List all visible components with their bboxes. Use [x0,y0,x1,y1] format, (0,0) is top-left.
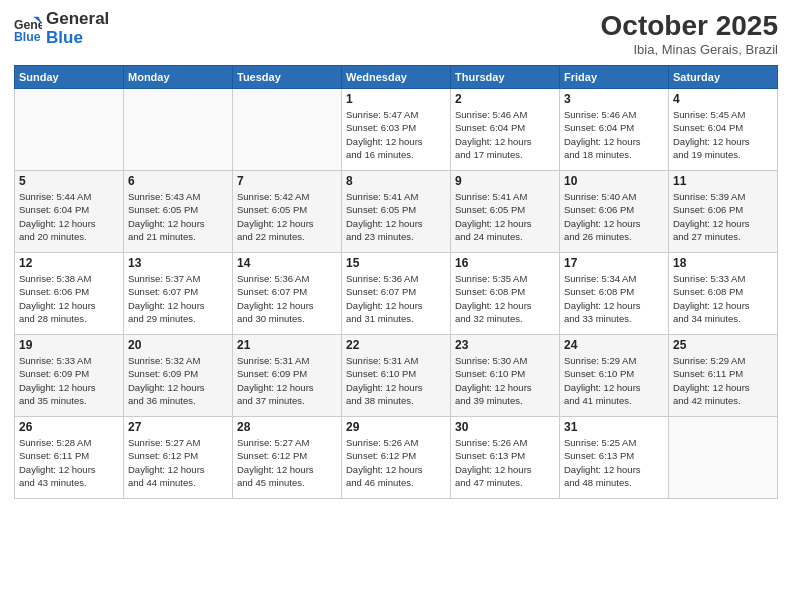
day-info: Sunrise: 5:42 AM Sunset: 6:05 PM Dayligh… [237,190,337,243]
day-info: Sunrise: 5:25 AM Sunset: 6:13 PM Dayligh… [564,436,664,489]
day-info: Sunrise: 5:33 AM Sunset: 6:09 PM Dayligh… [19,354,119,407]
month-title: October 2025 [601,10,778,42]
day-number: 1 [346,92,446,106]
day-info: Sunrise: 5:41 AM Sunset: 6:05 PM Dayligh… [346,190,446,243]
day-number: 19 [19,338,119,352]
calendar-cell: 30Sunrise: 5:26 AM Sunset: 6:13 PM Dayli… [451,417,560,499]
calendar-cell: 24Sunrise: 5:29 AM Sunset: 6:10 PM Dayli… [560,335,669,417]
calendar-week-2: 12Sunrise: 5:38 AM Sunset: 6:06 PM Dayli… [15,253,778,335]
title-block: October 2025 Ibia, Minas Gerais, Brazil [601,10,778,57]
calendar-cell: 25Sunrise: 5:29 AM Sunset: 6:11 PM Dayli… [669,335,778,417]
day-info: Sunrise: 5:27 AM Sunset: 6:12 PM Dayligh… [237,436,337,489]
day-number: 4 [673,92,773,106]
calendar-week-0: 1Sunrise: 5:47 AM Sunset: 6:03 PM Daylig… [15,89,778,171]
day-info: Sunrise: 5:38 AM Sunset: 6:06 PM Dayligh… [19,272,119,325]
day-info: Sunrise: 5:33 AM Sunset: 6:08 PM Dayligh… [673,272,773,325]
col-saturday: Saturday [669,66,778,89]
day-info: Sunrise: 5:27 AM Sunset: 6:12 PM Dayligh… [128,436,228,489]
calendar-cell: 19Sunrise: 5:33 AM Sunset: 6:09 PM Dayli… [15,335,124,417]
day-number: 15 [346,256,446,270]
calendar-cell: 15Sunrise: 5:36 AM Sunset: 6:07 PM Dayli… [342,253,451,335]
calendar-cell [15,89,124,171]
calendar-cell: 8Sunrise: 5:41 AM Sunset: 6:05 PM Daylig… [342,171,451,253]
day-info: Sunrise: 5:31 AM Sunset: 6:09 PM Dayligh… [237,354,337,407]
day-info: Sunrise: 5:40 AM Sunset: 6:06 PM Dayligh… [564,190,664,243]
day-number: 16 [455,256,555,270]
calendar-cell: 2Sunrise: 5:46 AM Sunset: 6:04 PM Daylig… [451,89,560,171]
day-info: Sunrise: 5:36 AM Sunset: 6:07 PM Dayligh… [346,272,446,325]
day-number: 28 [237,420,337,434]
day-number: 6 [128,174,228,188]
calendar-cell: 13Sunrise: 5:37 AM Sunset: 6:07 PM Dayli… [124,253,233,335]
calendar-cell: 7Sunrise: 5:42 AM Sunset: 6:05 PM Daylig… [233,171,342,253]
calendar-cell: 4Sunrise: 5:45 AM Sunset: 6:04 PM Daylig… [669,89,778,171]
day-info: Sunrise: 5:35 AM Sunset: 6:08 PM Dayligh… [455,272,555,325]
calendar-cell: 27Sunrise: 5:27 AM Sunset: 6:12 PM Dayli… [124,417,233,499]
day-number: 17 [564,256,664,270]
calendar-cell: 6Sunrise: 5:43 AM Sunset: 6:05 PM Daylig… [124,171,233,253]
day-number: 23 [455,338,555,352]
logo-blue: Blue [46,29,109,48]
calendar-cell: 20Sunrise: 5:32 AM Sunset: 6:09 PM Dayli… [124,335,233,417]
calendar-cell: 22Sunrise: 5:31 AM Sunset: 6:10 PM Dayli… [342,335,451,417]
calendar-cell: 11Sunrise: 5:39 AM Sunset: 6:06 PM Dayli… [669,171,778,253]
day-number: 18 [673,256,773,270]
calendar-cell [124,89,233,171]
logo: General Blue General Blue [14,10,109,47]
calendar-week-3: 19Sunrise: 5:33 AM Sunset: 6:09 PM Dayli… [15,335,778,417]
calendar-cell: 14Sunrise: 5:36 AM Sunset: 6:07 PM Dayli… [233,253,342,335]
day-info: Sunrise: 5:43 AM Sunset: 6:05 PM Dayligh… [128,190,228,243]
day-info: Sunrise: 5:28 AM Sunset: 6:11 PM Dayligh… [19,436,119,489]
calendar-week-4: 26Sunrise: 5:28 AM Sunset: 6:11 PM Dayli… [15,417,778,499]
calendar-cell: 16Sunrise: 5:35 AM Sunset: 6:08 PM Dayli… [451,253,560,335]
day-number: 14 [237,256,337,270]
day-info: Sunrise: 5:36 AM Sunset: 6:07 PM Dayligh… [237,272,337,325]
calendar-page: General Blue General Blue October 2025 I… [0,0,792,612]
day-info: Sunrise: 5:30 AM Sunset: 6:10 PM Dayligh… [455,354,555,407]
day-number: 24 [564,338,664,352]
calendar-cell: 18Sunrise: 5:33 AM Sunset: 6:08 PM Dayli… [669,253,778,335]
day-number: 30 [455,420,555,434]
col-thursday: Thursday [451,66,560,89]
day-info: Sunrise: 5:32 AM Sunset: 6:09 PM Dayligh… [128,354,228,407]
day-info: Sunrise: 5:37 AM Sunset: 6:07 PM Dayligh… [128,272,228,325]
calendar-cell: 29Sunrise: 5:26 AM Sunset: 6:12 PM Dayli… [342,417,451,499]
col-tuesday: Tuesday [233,66,342,89]
day-info: Sunrise: 5:45 AM Sunset: 6:04 PM Dayligh… [673,108,773,161]
calendar-cell: 3Sunrise: 5:46 AM Sunset: 6:04 PM Daylig… [560,89,669,171]
day-number: 9 [455,174,555,188]
calendar-cell: 12Sunrise: 5:38 AM Sunset: 6:06 PM Dayli… [15,253,124,335]
day-number: 25 [673,338,773,352]
calendar-cell: 5Sunrise: 5:44 AM Sunset: 6:04 PM Daylig… [15,171,124,253]
calendar-week-1: 5Sunrise: 5:44 AM Sunset: 6:04 PM Daylig… [15,171,778,253]
day-number: 21 [237,338,337,352]
day-number: 31 [564,420,664,434]
day-number: 29 [346,420,446,434]
col-friday: Friday [560,66,669,89]
day-number: 5 [19,174,119,188]
calendar-cell: 31Sunrise: 5:25 AM Sunset: 6:13 PM Dayli… [560,417,669,499]
day-number: 12 [19,256,119,270]
col-wednesday: Wednesday [342,66,451,89]
day-info: Sunrise: 5:26 AM Sunset: 6:12 PM Dayligh… [346,436,446,489]
day-number: 10 [564,174,664,188]
calendar-cell: 9Sunrise: 5:41 AM Sunset: 6:05 PM Daylig… [451,171,560,253]
day-info: Sunrise: 5:44 AM Sunset: 6:04 PM Dayligh… [19,190,119,243]
day-info: Sunrise: 5:39 AM Sunset: 6:06 PM Dayligh… [673,190,773,243]
day-info: Sunrise: 5:34 AM Sunset: 6:08 PM Dayligh… [564,272,664,325]
day-info: Sunrise: 5:47 AM Sunset: 6:03 PM Dayligh… [346,108,446,161]
calendar-cell: 21Sunrise: 5:31 AM Sunset: 6:09 PM Dayli… [233,335,342,417]
logo-general: General [46,10,109,29]
day-number: 2 [455,92,555,106]
day-number: 20 [128,338,228,352]
calendar-cell [233,89,342,171]
day-number: 27 [128,420,228,434]
day-number: 7 [237,174,337,188]
calendar-cell: 10Sunrise: 5:40 AM Sunset: 6:06 PM Dayli… [560,171,669,253]
day-info: Sunrise: 5:46 AM Sunset: 6:04 PM Dayligh… [455,108,555,161]
header: General Blue General Blue October 2025 I… [14,10,778,57]
calendar-cell [669,417,778,499]
calendar-cell: 26Sunrise: 5:28 AM Sunset: 6:11 PM Dayli… [15,417,124,499]
logo-icon: General Blue [14,15,42,43]
calendar-cell: 23Sunrise: 5:30 AM Sunset: 6:10 PM Dayli… [451,335,560,417]
